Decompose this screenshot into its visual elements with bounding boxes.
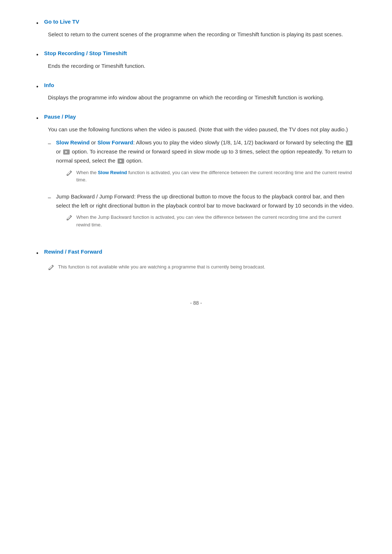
note-slow-rewind: When the Slow Rewind function is activat… [66, 169, 356, 184]
pencil-icon [48, 264, 54, 274]
forward-icon [63, 149, 70, 155]
sub-item-jump-backward: – Jump Backward / Jump Forward: Press th… [48, 192, 356, 232]
item-body-info: Displays the programme info window about… [36, 93, 356, 102]
sub-dash: – [48, 193, 51, 202]
sub-body-jump-backward: Jump Backward / Jump Forward: Press the … [56, 192, 356, 232]
item-body-go-to-live-tv: Select to return to the current scenes o… [36, 30, 356, 39]
item-body-rewind-ff: This function is not available while you… [36, 260, 356, 277]
item-title-info: Info [44, 81, 54, 90]
list-item-rewind-ff: • Rewind / Fast Forward This function is… [36, 247, 356, 277]
main-list: • Go to Live TV Select to return to the … [36, 17, 356, 277]
bullet-dot: • [36, 82, 38, 91]
list-item-info: • Info Displays the programme info windo… [36, 81, 356, 102]
note-jump-backward: When the Jump Backward function is activ… [66, 214, 356, 228]
bullet-dot: • [36, 19, 38, 28]
item-title-pause-play: Pause / Play [44, 112, 76, 121]
bullet-dot: • [36, 114, 38, 123]
note-text-slow-rewind: When the Slow Rewind function is activat… [76, 169, 356, 184]
page: • Go to Live TV Select to return to the … [0, 0, 392, 554]
list-item-go-to-live-tv: • Go to Live TV Select to return to the … [36, 17, 356, 39]
note-text-rewind-ff: This function is not available while you… [58, 263, 265, 271]
rewind-icon [346, 140, 352, 145]
note-rewind-ff: This function is not available while you… [48, 263, 356, 274]
bullet-dot: • [36, 249, 38, 258]
item-body-pause-play: You can use the following functions when… [36, 125, 356, 237]
page-number: - 88 - [36, 299, 356, 307]
play-icon [118, 159, 124, 164]
item-body-stop-recording: Ends the recording or Timeshift function… [36, 62, 356, 71]
sub-list-pause-play: – Slow Rewind or Slow Forward: Allows yo… [48, 138, 356, 232]
item-title-go-to-live-tv: Go to Live TV [44, 17, 79, 26]
note-text-jump-backward: When the Jump Backward function is activ… [76, 214, 356, 228]
pencil-icon [66, 170, 73, 179]
pencil-icon [66, 214, 73, 224]
sub-body-slow-rewind: Slow Rewind or Slow Forward: Allows you … [56, 138, 356, 187]
list-item-stop-recording: • Stop Recording / Stop Timeshift Ends t… [36, 49, 356, 70]
sub-item-slow-rewind: – Slow Rewind or Slow Forward: Allows yo… [48, 138, 356, 187]
list-item-pause-play: • Pause / Play You can use the following… [36, 112, 356, 237]
item-title-stop-recording: Stop Recording / Stop Timeshift [44, 49, 127, 58]
bullet-dot: • [36, 50, 38, 59]
sub-dash: – [48, 139, 51, 148]
item-title-rewind-ff: Rewind / Fast Forward [44, 247, 102, 256]
